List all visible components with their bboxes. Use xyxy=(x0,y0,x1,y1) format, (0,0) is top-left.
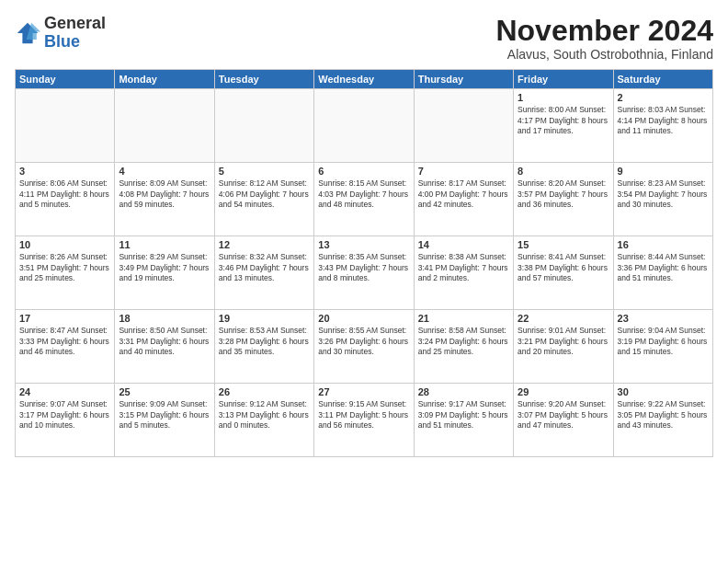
day-info-11: Sunrise: 8:29 AM Sunset: 3:49 PM Dayligh… xyxy=(119,252,210,283)
calendar: Sunday Monday Tuesday Wednesday Thursday… xyxy=(15,69,713,457)
day-info-13: Sunrise: 8:35 AM Sunset: 3:43 PM Dayligh… xyxy=(318,252,409,283)
calendar-cell-w4-d6: 23Sunrise: 9:04 AM Sunset: 3:19 PM Dayli… xyxy=(613,310,712,384)
week-row-1: 1Sunrise: 8:00 AM Sunset: 4:17 PM Daylig… xyxy=(16,89,713,163)
day-number-27: 27 xyxy=(318,386,409,397)
calendar-cell-w5-d6: 30Sunrise: 9:22 AM Sunset: 3:05 PM Dayli… xyxy=(613,384,712,457)
week-row-3: 10Sunrise: 8:26 AM Sunset: 3:51 PM Dayli… xyxy=(16,236,713,310)
calendar-cell-w1-d0 xyxy=(16,89,115,163)
day-info-23: Sunrise: 9:04 AM Sunset: 3:19 PM Dayligh… xyxy=(618,326,709,357)
week-row-4: 17Sunrise: 8:47 AM Sunset: 3:33 PM Dayli… xyxy=(16,310,713,384)
day-number-24: 24 xyxy=(19,386,110,397)
day-number-20: 20 xyxy=(318,313,409,324)
logo-text: General Blue xyxy=(44,15,106,52)
day-number-19: 19 xyxy=(219,313,310,324)
calendar-cell-w1-d1 xyxy=(115,89,214,163)
day-info-26: Sunrise: 9:12 AM Sunset: 3:13 PM Dayligh… xyxy=(219,399,310,431)
day-number-10: 10 xyxy=(19,239,110,250)
day-number-26: 26 xyxy=(219,386,310,397)
day-number-3: 3 xyxy=(19,166,110,177)
header-monday: Monday xyxy=(115,70,214,89)
week-row-5: 24Sunrise: 9:07 AM Sunset: 3:17 PM Dayli… xyxy=(16,384,713,457)
day-info-9: Sunrise: 8:23 AM Sunset: 3:54 PM Dayligh… xyxy=(618,178,709,210)
calendar-cell-w2-d5: 8Sunrise: 8:20 AM Sunset: 3:57 PM Daylig… xyxy=(514,163,613,236)
calendar-cell-w3-d2: 12Sunrise: 8:32 AM Sunset: 3:46 PM Dayli… xyxy=(214,236,313,310)
calendar-cell-w3-d5: 15Sunrise: 8:41 AM Sunset: 3:38 PM Dayli… xyxy=(514,236,613,310)
week-row-2: 3Sunrise: 8:06 AM Sunset: 4:11 PM Daylig… xyxy=(16,163,713,236)
calendar-cell-w5-d1: 25Sunrise: 9:09 AM Sunset: 3:15 PM Dayli… xyxy=(115,384,214,457)
location-subtitle: Alavus, South Ostrobothnia, Finland xyxy=(495,47,713,62)
day-number-11: 11 xyxy=(119,239,210,250)
day-number-25: 25 xyxy=(119,386,210,397)
day-number-5: 5 xyxy=(219,166,310,177)
day-number-13: 13 xyxy=(318,239,409,250)
calendar-cell-w2-d3: 6Sunrise: 8:15 AM Sunset: 4:03 PM Daylig… xyxy=(314,163,414,236)
calendar-cell-w1-d5: 1Sunrise: 8:00 AM Sunset: 4:17 PM Daylig… xyxy=(514,89,613,163)
calendar-cell-w4-d5: 22Sunrise: 9:01 AM Sunset: 3:21 PM Dayli… xyxy=(514,310,613,384)
day-info-30: Sunrise: 9:22 AM Sunset: 3:05 PM Dayligh… xyxy=(618,399,709,431)
header-tuesday: Tuesday xyxy=(214,70,313,89)
calendar-cell-w1-d2 xyxy=(214,89,313,163)
day-info-19: Sunrise: 8:53 AM Sunset: 3:28 PM Dayligh… xyxy=(219,326,310,357)
calendar-cell-w3-d3: 13Sunrise: 8:35 AM Sunset: 3:43 PM Dayli… xyxy=(314,236,414,310)
day-number-14: 14 xyxy=(418,239,509,250)
day-info-20: Sunrise: 8:55 AM Sunset: 3:26 PM Dayligh… xyxy=(318,326,409,357)
calendar-cell-w4-d3: 20Sunrise: 8:55 AM Sunset: 3:26 PM Dayli… xyxy=(314,310,414,384)
calendar-cell-w2-d4: 7Sunrise: 8:17 AM Sunset: 4:00 PM Daylig… xyxy=(414,163,513,236)
day-info-2: Sunrise: 8:03 AM Sunset: 4:14 PM Dayligh… xyxy=(618,105,709,136)
day-info-4: Sunrise: 8:09 AM Sunset: 4:08 PM Dayligh… xyxy=(119,178,210,210)
day-info-16: Sunrise: 8:44 AM Sunset: 3:36 PM Dayligh… xyxy=(618,252,709,283)
calendar-cell-w3-d1: 11Sunrise: 8:29 AM Sunset: 3:49 PM Dayli… xyxy=(115,236,214,310)
logo-icon xyxy=(15,20,40,46)
day-info-12: Sunrise: 8:32 AM Sunset: 3:46 PM Dayligh… xyxy=(219,252,310,283)
day-info-28: Sunrise: 9:17 AM Sunset: 3:09 PM Dayligh… xyxy=(418,399,509,431)
day-info-22: Sunrise: 9:01 AM Sunset: 3:21 PM Dayligh… xyxy=(518,326,609,357)
day-info-14: Sunrise: 8:38 AM Sunset: 3:41 PM Dayligh… xyxy=(418,252,509,283)
day-number-29: 29 xyxy=(518,386,609,397)
day-number-16: 16 xyxy=(618,239,709,250)
calendar-cell-w4-d2: 19Sunrise: 8:53 AM Sunset: 3:28 PM Dayli… xyxy=(214,310,313,384)
day-info-25: Sunrise: 9:09 AM Sunset: 3:15 PM Dayligh… xyxy=(119,399,210,431)
day-number-28: 28 xyxy=(418,386,509,397)
day-info-27: Sunrise: 9:15 AM Sunset: 3:11 PM Dayligh… xyxy=(318,399,409,431)
day-info-24: Sunrise: 9:07 AM Sunset: 3:17 PM Dayligh… xyxy=(19,399,110,431)
calendar-header-row: Sunday Monday Tuesday Wednesday Thursday… xyxy=(16,70,713,89)
calendar-cell-w4-d4: 21Sunrise: 8:58 AM Sunset: 3:24 PM Dayli… xyxy=(414,310,513,384)
day-number-7: 7 xyxy=(418,166,509,177)
day-number-30: 30 xyxy=(618,386,709,397)
calendar-cell-w5-d4: 28Sunrise: 9:17 AM Sunset: 3:09 PM Dayli… xyxy=(414,384,513,457)
day-info-7: Sunrise: 8:17 AM Sunset: 4:00 PM Dayligh… xyxy=(418,178,509,210)
day-info-21: Sunrise: 8:58 AM Sunset: 3:24 PM Dayligh… xyxy=(418,326,509,357)
day-info-29: Sunrise: 9:20 AM Sunset: 3:07 PM Dayligh… xyxy=(518,399,609,431)
page: General Blue November 2024 Alavus, South… xyxy=(0,0,728,563)
calendar-cell-w5-d3: 27Sunrise: 9:15 AM Sunset: 3:11 PM Dayli… xyxy=(314,384,414,457)
day-number-8: 8 xyxy=(518,166,609,177)
day-number-22: 22 xyxy=(518,313,609,324)
calendar-cell-w1-d6: 2Sunrise: 8:03 AM Sunset: 4:14 PM Daylig… xyxy=(613,89,712,163)
calendar-cell-w3-d0: 10Sunrise: 8:26 AM Sunset: 3:51 PM Dayli… xyxy=(16,236,115,310)
calendar-cell-w1-d4 xyxy=(414,89,513,163)
day-info-3: Sunrise: 8:06 AM Sunset: 4:11 PM Dayligh… xyxy=(19,178,110,210)
day-info-5: Sunrise: 8:12 AM Sunset: 4:06 PM Dayligh… xyxy=(219,178,310,210)
header-saturday: Saturday xyxy=(613,70,712,89)
day-info-15: Sunrise: 8:41 AM Sunset: 3:38 PM Dayligh… xyxy=(518,252,609,283)
day-number-12: 12 xyxy=(219,239,310,250)
day-info-1: Sunrise: 8:00 AM Sunset: 4:17 PM Dayligh… xyxy=(518,105,609,136)
calendar-cell-w2-d2: 5Sunrise: 8:12 AM Sunset: 4:06 PM Daylig… xyxy=(214,163,313,236)
calendar-cell-w5-d5: 29Sunrise: 9:20 AM Sunset: 3:07 PM Dayli… xyxy=(514,384,613,457)
calendar-cell-w3-d4: 14Sunrise: 8:38 AM Sunset: 3:41 PM Dayli… xyxy=(414,236,513,310)
day-number-6: 6 xyxy=(318,166,409,177)
day-info-8: Sunrise: 8:20 AM Sunset: 3:57 PM Dayligh… xyxy=(518,178,609,210)
calendar-cell-w1-d3 xyxy=(314,89,414,163)
title-area: November 2024 Alavus, South Ostrobothnia… xyxy=(495,15,713,62)
calendar-cell-w3-d6: 16Sunrise: 8:44 AM Sunset: 3:36 PM Dayli… xyxy=(613,236,712,310)
calendar-cell-w5-d0: 24Sunrise: 9:07 AM Sunset: 3:17 PM Dayli… xyxy=(16,384,115,457)
calendar-cell-w2-d0: 3Sunrise: 8:06 AM Sunset: 4:11 PM Daylig… xyxy=(16,163,115,236)
header-friday: Friday xyxy=(514,70,613,89)
logo-general: General xyxy=(44,14,106,32)
day-number-9: 9 xyxy=(618,166,709,177)
month-title: November 2024 xyxy=(495,15,713,47)
logo-blue: Blue xyxy=(44,32,80,51)
header-sunday: Sunday xyxy=(16,70,115,89)
day-number-18: 18 xyxy=(119,313,210,324)
calendar-cell-w5-d2: 26Sunrise: 9:12 AM Sunset: 3:13 PM Dayli… xyxy=(214,384,313,457)
